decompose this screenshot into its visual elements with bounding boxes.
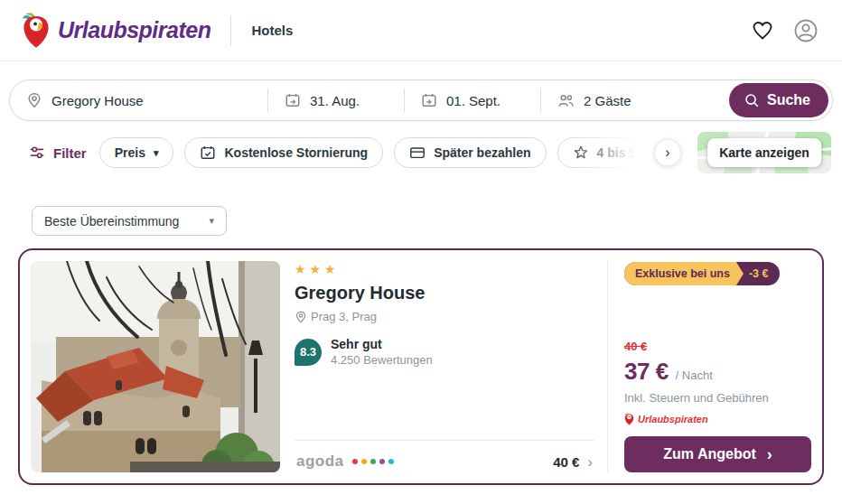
location-pin-icon bbox=[295, 311, 307, 323]
search-icon bbox=[744, 92, 760, 108]
heart-icon bbox=[752, 20, 773, 42]
calendar-in-icon bbox=[285, 92, 301, 108]
hotel-card-offer: Exklusive bei uns -3 € 40 € 37 € / Nacht… bbox=[607, 261, 811, 472]
per-night-label: / Nacht bbox=[676, 369, 713, 382]
agoda-logo: agoda bbox=[296, 453, 394, 471]
go-to-offer-button[interactable]: Zum Angebot › bbox=[624, 436, 811, 472]
chip-price-label: Preis bbox=[115, 145, 145, 160]
sort-row: Beste Übereinstimmung ▾ bbox=[32, 206, 842, 236]
hotel-location: Prag 3, Prag bbox=[295, 310, 594, 323]
parrot-logo-icon bbox=[22, 13, 51, 49]
favorites-button[interactable] bbox=[748, 16, 777, 45]
search-bar: 31. Aug. 01. Sept. bbox=[9, 79, 833, 121]
rating-label: Sehr gut bbox=[331, 337, 433, 351]
checkout-date-button[interactable]: 01. Sept. bbox=[405, 80, 540, 120]
rating-review-count: 4.250 Bewertungen bbox=[331, 353, 433, 367]
exclusive-badge: Exklusive bei uns -3 € bbox=[624, 262, 780, 285]
provider-price-link[interactable]: 40 € › bbox=[553, 454, 593, 470]
provider-price: 40 € bbox=[553, 454, 579, 470]
brand-logo[interactable]: Urlaubspiraten bbox=[22, 13, 210, 49]
sliders-icon bbox=[29, 145, 45, 161]
offer-brand-name: Urlaubspiraten bbox=[638, 414, 708, 425]
map-preview[interactable]: Karte anzeigen bbox=[697, 132, 831, 173]
filter-chips: Preis ▾ Kostenlose Stornierung Später be… bbox=[99, 137, 652, 168]
hotel-card-main: ★★★ Gregory House Prag 3, Prag 8.3 Sehr … bbox=[280, 261, 607, 472]
filter-button[interactable]: Filter bbox=[29, 145, 87, 161]
chips-scroll-right-button[interactable]: › bbox=[654, 139, 681, 166]
current-price: 37 € bbox=[624, 358, 669, 386]
rating-texts: Sehr gut 4.250 Bewertungen bbox=[331, 337, 433, 367]
search-location-segment[interactable] bbox=[10, 80, 267, 120]
search-input[interactable] bbox=[51, 93, 251, 108]
checkin-date-label: 31. Aug. bbox=[310, 93, 360, 108]
search-button-label: Suche bbox=[767, 92, 810, 108]
chip-pay-later-label: Später bezahlen bbox=[434, 145, 530, 160]
brand-name: Urlaubspiraten bbox=[58, 17, 210, 43]
old-price: 40 € bbox=[624, 340, 647, 353]
checkout-date-label: 01. Sept. bbox=[446, 93, 501, 108]
exclusive-badge-label: Exklusive bei uns bbox=[624, 262, 744, 285]
search-button[interactable]: Suche bbox=[729, 83, 828, 117]
chevron-right-icon: › bbox=[587, 454, 593, 470]
taxes-note: Inkl. Steuern und Gebühren bbox=[624, 391, 769, 405]
filter-row: Filter Preis ▾ Kostenlose Stornierung bbox=[29, 132, 831, 173]
hotel-star-rating: ★★★ bbox=[295, 263, 594, 275]
price-row: 37 € / Nacht bbox=[624, 358, 713, 386]
agoda-dots-icon bbox=[349, 459, 394, 464]
sort-select[interactable]: Beste Übereinstimmung ▾ bbox=[32, 206, 227, 236]
credit-card-icon bbox=[409, 145, 426, 161]
chip-stars-label: 4 bis 5 Sterne bbox=[597, 145, 652, 160]
guests-button[interactable]: 2 Gäste bbox=[541, 80, 729, 120]
parrot-logo-icon bbox=[624, 413, 634, 425]
checkin-date-button[interactable]: 31. Aug. bbox=[268, 80, 404, 120]
sort-selected-label: Beste Übereinstimmung bbox=[44, 214, 179, 229]
filter-label: Filter bbox=[53, 145, 87, 161]
calendar-out-icon bbox=[421, 92, 437, 108]
guests-icon bbox=[557, 92, 575, 109]
caret-down-icon: ▾ bbox=[209, 215, 214, 227]
hotel-photo[interactable] bbox=[31, 261, 280, 472]
cta-label: Zum Angebot bbox=[663, 446, 756, 462]
chevron-right-icon: › bbox=[767, 446, 772, 462]
chip-stars[interactable]: 4 bis 5 Sterne bbox=[557, 137, 652, 168]
chip-pay-later[interactable]: Später bezahlen bbox=[394, 137, 546, 168]
guests-label: 2 Gäste bbox=[584, 93, 632, 108]
chip-free-cancellation-label: Kostenlose Stornierung bbox=[224, 145, 368, 160]
rating-score-badge: 8.3 bbox=[295, 339, 322, 366]
nav-hotels[interactable]: Hotels bbox=[251, 23, 293, 38]
header: Urlaubspiraten Hotels bbox=[0, 0, 842, 61]
chip-price[interactable]: Preis ▾ bbox=[99, 137, 174, 168]
star-outline-icon bbox=[573, 145, 589, 161]
caret-down-icon: ▾ bbox=[154, 147, 159, 159]
offer-brand: Urlaubspiraten bbox=[624, 413, 708, 425]
hotel-card[interactable]: ★★★ Gregory House Prag 3, Prag 8.3 Sehr … bbox=[18, 248, 824, 485]
show-map-button[interactable]: Karte anzeigen bbox=[707, 138, 821, 167]
location-pin-icon bbox=[26, 92, 42, 108]
chevron-right-icon: › bbox=[665, 145, 669, 160]
provider-name: agoda bbox=[296, 453, 344, 471]
hotel-title[interactable]: Gregory House bbox=[295, 283, 594, 303]
hotel-location-label: Prag 3, Prag bbox=[311, 310, 377, 323]
chip-free-cancellation[interactable]: Kostenlose Stornierung bbox=[184, 137, 383, 168]
discount-badge: -3 € bbox=[744, 262, 781, 285]
account-icon bbox=[793, 18, 819, 43]
provider-row[interactable]: agoda 40 € › bbox=[295, 440, 594, 472]
header-divider bbox=[230, 15, 231, 46]
calendar-check-icon bbox=[200, 145, 216, 161]
search-pill: 31. Aug. 01. Sept. bbox=[9, 79, 833, 121]
account-button[interactable] bbox=[790, 14, 822, 47]
hotel-rating: 8.3 Sehr gut 4.250 Bewertungen bbox=[295, 337, 594, 367]
results-list: ★★★ Gregory House Prag 3, Prag 8.3 Sehr … bbox=[18, 248, 824, 485]
